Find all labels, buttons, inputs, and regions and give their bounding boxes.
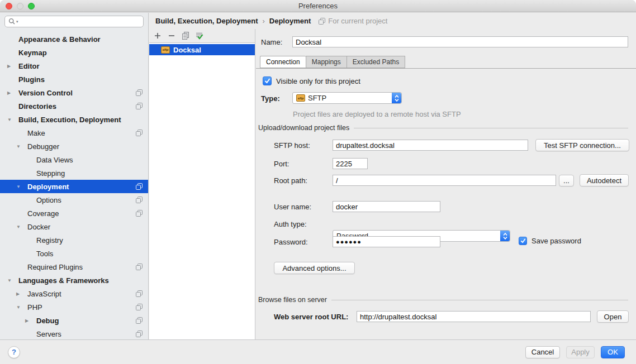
close-window-icon[interactable] (6, 3, 12, 9)
tab-excluded-paths[interactable]: Excluded Paths (347, 56, 405, 68)
titlebar: Preferences (0, 0, 636, 12)
apply-button[interactable]: Apply (566, 346, 595, 358)
minimize-window-icon[interactable] (17, 3, 23, 9)
open-url-button[interactable]: Open (597, 310, 629, 323)
sidebar-item-options[interactable]: Options (0, 193, 148, 207)
per-project-icon (136, 210, 143, 217)
sidebar-item-debugger[interactable]: ▼Debugger (0, 140, 148, 153)
sidebar-item-stepping[interactable]: Stepping (0, 166, 148, 180)
server-list-toolbar (149, 29, 255, 42)
tab-mappings[interactable]: Mappings (306, 56, 347, 68)
sidebar-item-label: PHP (27, 303, 42, 312)
sidebar-item-required-plugins[interactable]: Required Plugins (0, 260, 148, 274)
per-project-icon (136, 331, 143, 337)
chevron-expanded-icon[interactable]: ▼ (16, 144, 27, 149)
chevron-collapsed-icon[interactable]: ▶ (16, 291, 27, 296)
use-as-default-icon[interactable] (195, 32, 203, 40)
sidebar-item-label: Deployment (27, 183, 69, 191)
sidebar-item-label: Build, Execution, Deployment (18, 116, 121, 124)
name-label: Name: (261, 38, 282, 46)
tab-connection[interactable]: Connection (260, 56, 306, 68)
sftp-host-input[interactable] (333, 140, 528, 151)
browse-root-path-button[interactable]: ... (559, 175, 574, 186)
server-list-panel: sftpDocksal (149, 29, 255, 339)
type-value: SFTP (308, 94, 326, 102)
sidebar-item-tools[interactable]: Tools (0, 247, 148, 260)
help-button[interactable]: ? (8, 346, 20, 358)
copy-icon[interactable] (181, 32, 189, 40)
sidebar-item-keymap[interactable]: Keymap (0, 46, 148, 59)
footer: ? Cancel Apply OK (0, 339, 636, 364)
window-title: Preferences (0, 0, 636, 12)
chevron-expanded-icon[interactable]: ▼ (7, 278, 18, 283)
per-project-icon (136, 264, 143, 270)
visible-only-label: Visible only for this project (276, 77, 360, 85)
cancel-button[interactable]: Cancel (525, 346, 560, 358)
sidebar-item-coverage[interactable]: Coverage (0, 207, 148, 220)
deployment-form: Name: ConnectionMappingsExcluded Paths V… (256, 29, 636, 339)
breadcrumb: Build, Execution, Deployment › Deploymen… (149, 13, 636, 29)
sidebar-item-version-control[interactable]: ▶Version Control (0, 86, 148, 99)
scope-label: For current project (328, 17, 387, 25)
password-input[interactable] (333, 236, 440, 247)
remove-icon[interactable] (167, 32, 175, 40)
chevron-expanded-icon[interactable]: ▼ (16, 224, 27, 229)
search-icon (8, 18, 16, 25)
ok-button[interactable]: OK (601, 346, 625, 358)
test-sftp-connection-button[interactable]: Test SFTP connection... (535, 139, 629, 151)
sidebar-item-servers[interactable]: Servers (0, 327, 148, 341)
chevron-expanded-icon[interactable]: ▼ (7, 117, 18, 122)
visible-only-checkbox[interactable] (263, 76, 272, 85)
port-input[interactable] (333, 158, 368, 169)
type-hint: Project files are deployed to a remote h… (293, 110, 461, 118)
upload-section-header: Upload/download project files (258, 124, 636, 132)
sidebar-item-javascript[interactable]: ▶JavaScript (0, 287, 148, 300)
save-password-checkbox[interactable] (519, 237, 527, 245)
sidebar-item-build-execution-deployment[interactable]: ▼Build, Execution, Deployment (0, 113, 148, 126)
breadcrumb-segment[interactable]: Deployment (269, 17, 311, 25)
settings-search[interactable]: ▾ (4, 16, 144, 27)
zoom-window-icon[interactable] (28, 3, 35, 9)
sidebar-item-docker[interactable]: ▼Docker (0, 220, 148, 233)
user-name-input[interactable] (333, 201, 440, 212)
chevron-collapsed-icon[interactable]: ▶ (25, 318, 36, 323)
server-name-input[interactable] (292, 36, 628, 47)
search-filter-chevron-icon[interactable]: ▾ (16, 20, 18, 24)
advanced-options-button[interactable]: Advanced options... (274, 262, 355, 274)
autodetect-button[interactable]: Autodetect (580, 174, 629, 186)
per-project-icon (136, 103, 143, 109)
sidebar-item-deployment[interactable]: ▼Deployment (0, 180, 148, 193)
sidebar-item-directories[interactable]: Directories (0, 99, 148, 113)
sidebar-item-debug[interactable]: ▶Debug (0, 314, 148, 327)
web-root-input[interactable] (357, 311, 591, 322)
sidebar-item-label: Keymap (18, 49, 47, 57)
root-path-input[interactable] (333, 175, 556, 186)
per-project-icon (136, 290, 143, 297)
sidebar-item-registry[interactable]: Registry (0, 233, 148, 247)
section-rule (331, 300, 628, 300)
chevron-collapsed-icon[interactable]: ▶ (7, 64, 18, 69)
sidebar-item-label: Stepping (36, 169, 65, 178)
chevron-collapsed-icon[interactable]: ▶ (7, 90, 18, 95)
sidebar-item-make[interactable]: Make (0, 126, 148, 140)
type-select[interactable]: sftp SFTP (292, 92, 402, 104)
add-icon[interactable] (153, 32, 162, 40)
sidebar-item-label: Docker (27, 223, 50, 231)
search-input[interactable] (19, 17, 143, 26)
sidebar-item-appearance-behavior[interactable]: Appearance & Behavior (0, 32, 148, 46)
breadcrumb-segment[interactable]: Build, Execution, Deployment (155, 17, 258, 25)
sidebar-item-editor[interactable]: ▶Editor (0, 59, 148, 73)
port-label: Port: (274, 160, 289, 168)
sidebar-item-languages-frameworks[interactable]: ▼Languages & Frameworks (0, 274, 148, 287)
sidebar-item-data-views[interactable]: Data Views (0, 153, 148, 166)
sidebar-item-label: Debug (36, 317, 59, 325)
chevron-expanded-icon[interactable]: ▼ (16, 184, 27, 189)
server-name: Docksal (173, 46, 201, 54)
sidebar-item-label: Languages & Frameworks (18, 276, 109, 285)
settings-tree: Appearance & BehaviorKeymap▶EditorPlugin… (0, 32, 148, 341)
sftp-host-label: SFTP host: (274, 141, 310, 150)
chevron-expanded-icon[interactable]: ▼ (16, 305, 27, 310)
server-list-item-docksal[interactable]: sftpDocksal (149, 44, 255, 55)
sidebar-item-php[interactable]: ▼PHP (0, 300, 148, 314)
sidebar-item-plugins[interactable]: Plugins (0, 73, 148, 86)
